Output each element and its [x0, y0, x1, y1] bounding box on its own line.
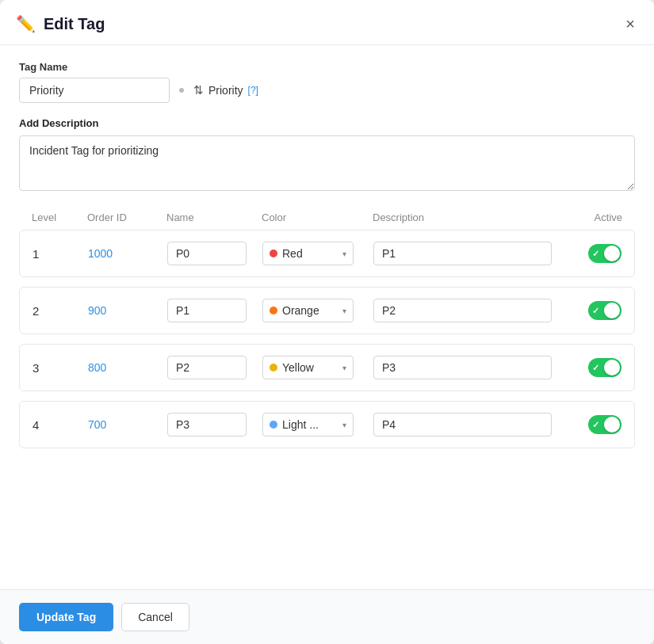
color-label: Light ... [282, 418, 319, 431]
color-select[interactable]: Yellow ▾ [262, 356, 354, 379]
color-select[interactable]: Orange ▾ [262, 299, 354, 322]
row-description-input[interactable] [373, 356, 552, 379]
col-active: Active [559, 211, 622, 223]
col-order-id: Order ID [87, 211, 166, 223]
row-order-id: 700 [88, 418, 167, 431]
color-dot [270, 421, 277, 429]
color-dot [270, 364, 277, 372]
modal-footer: Update Tag Cancel [0, 589, 654, 644]
color-dot [270, 307, 277, 314]
close-button[interactable]: × [625, 16, 635, 32]
table-row: 2 900 Orange ▾ [19, 287, 635, 334]
table-section: Level Order ID Name Color Description Ac… [19, 211, 635, 448]
color-label: Yellow [282, 361, 314, 374]
separator-dot [179, 88, 184, 93]
chevron-down-icon: ▾ [342, 421, 346, 429]
modal-header: ✏️ Edit Tag × [0, 0, 654, 45]
description-textarea[interactable]: Incident Tag for prioritizing [19, 135, 635, 191]
tag-name-row: ⇅ Priority [?] [19, 78, 635, 103]
toggle-knob [604, 303, 620, 318]
row-level: 2 [33, 304, 88, 318]
tag-ref: ⇅ Priority [?] [193, 83, 258, 97]
row-description-input[interactable] [373, 299, 552, 322]
chevron-down-icon: ▾ [342, 307, 346, 315]
col-description: Description [373, 211, 559, 223]
active-toggle[interactable] [588, 358, 621, 377]
sort-icon: ⇅ [193, 83, 204, 97]
toggle-knob [604, 417, 620, 433]
toggle-container [558, 415, 621, 434]
row-description-input[interactable] [373, 413, 552, 436]
chevron-down-icon: ▾ [342, 364, 346, 372]
table-header: Level Order ID Name Color Description Ac… [19, 211, 635, 230]
color-select[interactable]: Red ▾ [262, 242, 354, 265]
active-toggle[interactable] [588, 415, 621, 434]
row-name-input[interactable] [167, 242, 247, 265]
row-name-input[interactable] [167, 413, 247, 436]
cancel-button[interactable]: Cancel [121, 603, 189, 631]
toggle-container [558, 358, 621, 377]
toggle-container [558, 301, 621, 320]
col-color: Color [262, 211, 373, 223]
color-label: Orange [282, 304, 319, 317]
update-tag-button[interactable]: Update Tag [19, 603, 113, 631]
table-row: 4 700 Light ... ▾ [19, 401, 635, 448]
table-rows: 1 1000 Red ▾ 2 900 [19, 230, 635, 448]
row-description-input[interactable] [373, 242, 552, 265]
row-name-input[interactable] [167, 299, 247, 322]
col-level: Level [32, 211, 87, 223]
table-row: 3 800 Yellow ▾ [19, 344, 635, 391]
row-level: 1 [33, 247, 88, 261]
edit-tag-modal: ✏️ Edit Tag × Tag Name ⇅ Priority [?] Ad… [0, 0, 654, 644]
tag-ref-name: Priority [208, 84, 243, 97]
row-order-id: 900 [88, 304, 167, 317]
toggle-knob [604, 360, 620, 375]
description-label: Add Description [19, 117, 635, 129]
row-order-id: 800 [88, 361, 167, 374]
title-group: ✏️ Edit Tag [16, 14, 105, 33]
modal-body: Tag Name ⇅ Priority [?] Add Description … [0, 45, 654, 583]
tag-name-input[interactable] [19, 78, 170, 103]
tag-name-label: Tag Name [19, 61, 635, 73]
modal-title: Edit Tag [44, 15, 105, 33]
active-toggle[interactable] [588, 244, 621, 263]
row-order-id: 1000 [88, 247, 167, 260]
edit-icon: ✏️ [16, 14, 36, 33]
help-icon[interactable]: [?] [248, 85, 258, 96]
toggle-knob [604, 246, 620, 261]
row-name-input[interactable] [167, 356, 247, 379]
row-level: 4 [33, 418, 88, 432]
toggle-container [558, 244, 621, 263]
chevron-down-icon: ▾ [342, 250, 346, 258]
row-level: 3 [33, 361, 88, 375]
active-toggle[interactable] [588, 301, 621, 320]
color-select[interactable]: Light ... ▾ [262, 413, 354, 436]
color-dot [270, 250, 277, 257]
table-row: 1 1000 Red ▾ [19, 230, 635, 277]
col-name: Name [166, 211, 262, 223]
color-label: Red [282, 247, 303, 260]
